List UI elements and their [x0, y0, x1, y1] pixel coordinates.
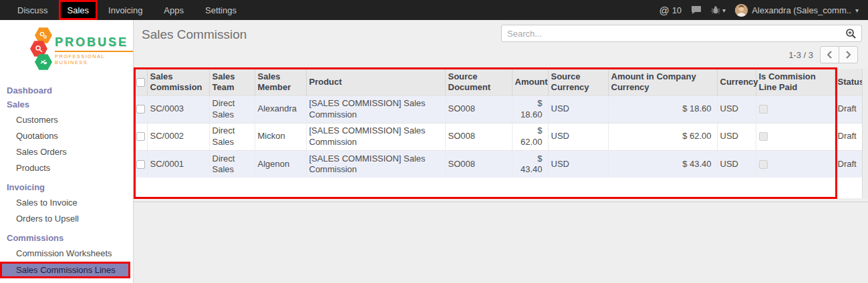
- cell-product: [SALES COMMISSION] Sales Commission: [306, 150, 445, 178]
- page-title: Sales Commission: [142, 27, 247, 42]
- sidebar-item-quotations[interactable]: Quotations: [0, 128, 133, 144]
- paid-checkbox: [759, 132, 768, 141]
- sidebar-item-invoicing[interactable]: Invoicing: [0, 180, 133, 194]
- cell-amount: $ 18.60: [512, 95, 548, 123]
- table-row[interactable]: SC/0001 Direct Sales Algenon [SALES COMM…: [134, 150, 862, 178]
- sidebar-item-orders-to-upsell[interactable]: Orders to Upsell: [0, 211, 133, 226]
- sidebar-item-products[interactable]: Products: [0, 160, 133, 176]
- row-checkbox[interactable]: [136, 160, 145, 169]
- cell-sales-commission: SC/0003: [147, 95, 209, 123]
- search-input[interactable]: [502, 29, 845, 39]
- commission-lines-table: Sales Commission Sales Team Sales Member…: [134, 69, 862, 178]
- paid-checkbox: [759, 160, 768, 169]
- cell-currency: USD: [717, 95, 756, 123]
- content-footer-area: [134, 202, 868, 283]
- cell-source-document: SO008: [445, 150, 512, 178]
- cell-amount-company: $ 18.60: [608, 95, 717, 123]
- table-row[interactable]: SC/0002 Direct Sales Mickon [SALES COMMI…: [134, 123, 862, 150]
- nav-discuss[interactable]: Discuss: [7, 0, 59, 20]
- cell-sales-commission: SC/0001: [147, 150, 209, 178]
- cell-status: Draft: [835, 150, 862, 178]
- cell-product: [SALES COMMISSION] Sales Commission: [306, 95, 445, 123]
- debug-menu[interactable]: ▾: [711, 5, 726, 15]
- col-source-document[interactable]: Source Document: [445, 69, 512, 95]
- col-amount-company-currency[interactable]: Amount in Company Currency: [608, 69, 717, 95]
- bug-icon: [711, 5, 720, 15]
- sidebar-item-customers[interactable]: Customers: [0, 112, 133, 127]
- search-icon[interactable]: [845, 28, 857, 39]
- mention-counter[interactable]: @ 10: [659, 5, 682, 16]
- cell-currency: USD: [717, 123, 756, 150]
- nav-invoicing[interactable]: Invoicing: [98, 0, 153, 20]
- cell-sales-team: Direct Sales: [209, 95, 255, 123]
- topbar: Discuss Sales Invoicing Apps Settings @ …: [0, 0, 868, 20]
- cell-sales-member: Alexandra: [255, 95, 306, 123]
- cell-source-currency: USD: [548, 123, 608, 150]
- sidebar-item-sales-to-invoice[interactable]: Sales to Invoice: [0, 195, 133, 210]
- sidebar-item-commission-worksheets[interactable]: Commission Worksheets: [0, 246, 133, 261]
- pager-previous-button[interactable]: [820, 46, 839, 63]
- caret-down-icon: ▾: [855, 7, 859, 14]
- table-header-row: Sales Commission Sales Team Sales Member…: [134, 69, 862, 95]
- col-product[interactable]: Product: [306, 69, 445, 95]
- pager-next-button[interactable]: [839, 46, 858, 63]
- user-menu[interactable]: Alexandra (Sales_comm.. ▾: [735, 4, 859, 17]
- select-all-checkbox[interactable]: [136, 78, 145, 87]
- header-select-all: [134, 69, 147, 95]
- col-amount[interactable]: Amount: [512, 69, 548, 95]
- main-content: Sales Commission 1-3 / 3: [134, 20, 868, 283]
- pager-range: 1-3 / 3: [788, 50, 813, 60]
- col-source-currency[interactable]: Source Currency: [548, 69, 608, 95]
- sidebar: PROBUSE PROFESSIONAL BUSINESS Dashboard …: [0, 20, 134, 283]
- cell-sales-member: Algenon: [255, 150, 306, 178]
- sidebar-item-sales-orders[interactable]: Sales Orders: [0, 144, 133, 160]
- logo-title: PROBUSE: [55, 35, 133, 52]
- caret-down-icon: ▾: [722, 7, 726, 14]
- cell-amount: $ 62.00: [512, 123, 548, 150]
- app-logo: PROBUSE PROFESSIONAL BUSINESS: [0, 20, 133, 79]
- main-nav: Discuss Sales Invoicing Apps Settings: [0, 0, 247, 20]
- cell-source-document: SO008: [445, 95, 512, 123]
- cell-status: Draft: [835, 123, 862, 150]
- col-status[interactable]: Status: [835, 69, 862, 95]
- cell-currency: USD: [717, 150, 756, 178]
- nav-settings[interactable]: Settings: [194, 0, 247, 20]
- topbar-right: @ 10 ▾: [659, 0, 868, 20]
- chat-bubble-icon: [691, 5, 702, 15]
- col-is-commission-line-paid[interactable]: Is Commision Line Paid: [756, 69, 835, 95]
- table-row[interactable]: SC/0003 Direct Sales Alexandra [SALES CO…: [134, 95, 862, 123]
- messages-button[interactable]: [691, 5, 702, 15]
- scrollbar-track[interactable]: [862, 69, 868, 198]
- nav-sales[interactable]: Sales: [59, 0, 98, 20]
- search-bar: [501, 25, 862, 42]
- avatar: [735, 4, 748, 17]
- sidebar-item-dashboard[interactable]: Dashboard: [0, 83, 133, 97]
- col-sales-member[interactable]: Sales Member: [255, 69, 306, 95]
- pager: 1-3 / 3: [788, 46, 858, 63]
- cell-sales-team: Direct Sales: [209, 150, 255, 178]
- cell-amount-company: $ 43.40: [608, 150, 717, 178]
- cell-source-currency: USD: [548, 150, 608, 178]
- col-currency[interactable]: Currency: [717, 69, 756, 95]
- row-checkbox[interactable]: [136, 132, 145, 141]
- cell-sales-commission: SC/0002: [147, 123, 209, 150]
- at-icon: @: [659, 5, 669, 16]
- cell-source-currency: USD: [548, 95, 608, 123]
- cell-sales-team: Direct Sales: [209, 123, 255, 150]
- sidebar-item-commissions[interactable]: Commissions: [0, 231, 133, 245]
- cell-product: [SALES COMMISSION] Sales Commission: [306, 123, 445, 150]
- cell-status: Draft: [835, 95, 862, 123]
- row-checkbox[interactable]: [136, 105, 145, 113]
- logo-hexagons-icon: [25, 27, 52, 71]
- sidebar-item-sales-commissions-lines[interactable]: Sales Commissions Lines: [0, 262, 130, 278]
- user-name: Alexandra (Sales_comm..: [752, 5, 851, 15]
- list-view: Sales Commission Sales Team Sales Member…: [134, 69, 862, 198]
- sidebar-menu: Dashboard Sales Customers Quotations Sal…: [0, 83, 133, 283]
- control-panel: Sales Commission 1-3 / 3: [134, 20, 868, 69]
- sidebar-item-sales[interactable]: Sales: [0, 97, 133, 111]
- col-sales-team[interactable]: Sales Team: [209, 69, 255, 95]
- cell-source-document: SO008: [445, 123, 512, 150]
- cell-sales-member: Mickon: [255, 123, 306, 150]
- col-sales-commission[interactable]: Sales Commission: [147, 69, 209, 95]
- nav-apps[interactable]: Apps: [153, 0, 194, 20]
